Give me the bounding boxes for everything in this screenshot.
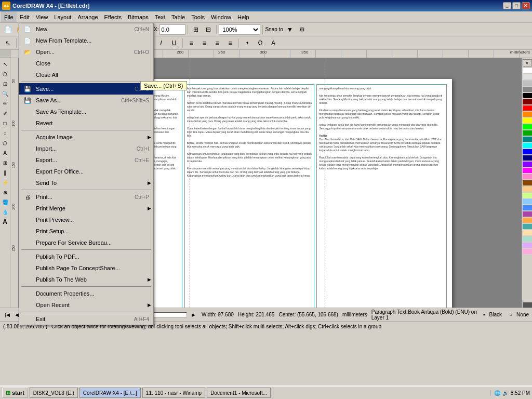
menu-item-import[interactable]: Import... Ctrl+I — [19, 143, 153, 154]
color-violet[interactable] — [523, 211, 532, 217]
color-scroll-down[interactable] — [523, 302, 532, 308]
start-button[interactable]: ⊞ start — [2, 388, 28, 398]
color-yellow[interactable] — [523, 118, 532, 123]
text-options[interactable]: A — [268, 37, 279, 49]
menu-item-publish-web[interactable]: Publish To The Web ▶ — [19, 274, 153, 285]
menu-item-doc-props[interactable]: Document Properties... — [19, 288, 153, 299]
arrow-tool[interactable]: ↖ — [2, 37, 14, 49]
menu-item-open[interactable]: 📂 Open... Ctrl+O — [19, 46, 153, 58]
color-orange[interactable] — [523, 112, 532, 117]
color-skyblue[interactable] — [523, 199, 532, 204]
distribute-button[interactable]: ⊟ — [203, 24, 214, 35]
scroll-right-button[interactable]: ▶ — [189, 311, 197, 319]
freehand-tool[interactable]: ✏ — [1, 99, 10, 108]
color-peach[interactable] — [523, 187, 532, 192]
menu-item-open-recent[interactable]: Open Recent ▶ — [19, 299, 153, 311]
parallel-tool[interactable]: ∥ — [1, 168, 10, 177]
ellipse-tool[interactable]: ○ — [1, 128, 10, 138]
color-cream[interactable] — [523, 230, 532, 235]
menu-file[interactable]: File — [1, 11, 17, 22]
menu-item-print[interactable]: 🖨 Print... Ctrl+P — [19, 191, 153, 203]
italic-button[interactable]: I — [155, 37, 167, 49]
menu-item-print-setup[interactable]: Print Setup... — [19, 225, 153, 237]
menu-text[interactable]: Text — [152, 11, 168, 22]
crop-tool[interactable]: ⊡ — [1, 79, 10, 88]
task-coreldraw[interactable]: CorelDRAW X4 - [E:\...] — [79, 388, 141, 398]
select-tool[interactable]: ↖ — [1, 59, 10, 69]
menu-help[interactable]: Help — [234, 11, 252, 22]
color-amber[interactable] — [523, 218, 532, 223]
color-lime[interactable] — [523, 193, 532, 198]
align-center-button[interactable]: ≡ — [198, 37, 210, 49]
connector-tool[interactable]: ⚡ — [1, 178, 10, 187]
table-tool[interactable]: ⊞ — [1, 158, 10, 167]
x-coord-input[interactable] — [159, 24, 185, 35]
color-blue[interactable] — [523, 149, 532, 154]
color-teal[interactable] — [523, 137, 532, 142]
menu-item-save[interactable]: 💾 Save... Ctrl+S — [19, 83, 153, 95]
menu-bitmaps[interactable]: Bitmaps — [125, 11, 152, 22]
color-darkred[interactable] — [523, 99, 532, 104]
color-gray[interactable] — [523, 81, 532, 86]
color-brown[interactable] — [523, 180, 532, 185]
close-button[interactable]: ✕ — [522, 2, 530, 9]
menu-item-prepare-service[interactable]: Prepare For Service Bureau... — [19, 237, 153, 248]
shape-tool[interactable]: ⬡ — [1, 69, 10, 78]
menu-item-print-merge[interactable]: Print Merge ▶ — [19, 203, 153, 214]
options-button[interactable]: ⚙ — [297, 24, 308, 35]
menu-item-publish-concept[interactable]: Publish Page To ConceptShare... — [19, 262, 153, 274]
menu-item-publish-pdf[interactable]: Publish To PDF... — [19, 251, 153, 262]
color-cyan[interactable] — [523, 143, 532, 148]
menu-layout[interactable]: Layout — [51, 11, 74, 22]
menu-item-save-as[interactable]: 💾 Save As... Ctrl+Shift+S — [19, 95, 153, 106]
menu-item-new-from-template[interactable]: 📄 New From Template... — [19, 35, 153, 46]
menu-item-close[interactable]: Close — [19, 58, 153, 69]
menu-tools[interactable]: Tools — [188, 11, 208, 22]
color-darkgray[interactable] — [523, 87, 532, 92]
task-winamp[interactable]: 11. 110 - nasr - Winamp — [142, 388, 205, 398]
menu-item-revert[interactable]: Revert — [19, 117, 153, 129]
menu-edit[interactable]: Edit — [17, 11, 33, 22]
underline-button[interactable]: U — [168, 37, 180, 49]
eyedropper-tool[interactable]: 💧 — [1, 207, 10, 217]
justify-button[interactable]: ≡ — [224, 37, 236, 49]
blend-tool[interactable]: ⊕ — [1, 188, 10, 197]
menu-item-new[interactable]: 📄 New Ctrl+N — [19, 23, 153, 35]
zoom-tool[interactable]: 🔍 — [1, 89, 10, 98]
minimize-button[interactable]: _ — [503, 2, 511, 9]
menu-item-acquire[interactable]: Acquire Image ▶ — [19, 131, 153, 143]
color-pink[interactable] — [523, 174, 532, 179]
menu-arrange[interactable]: Arrange — [74, 11, 101, 22]
color-red[interactable] — [523, 105, 532, 111]
color-white[interactable] — [523, 68, 532, 73]
align-left-button[interactable]: ≡ — [185, 37, 197, 49]
color-rose[interactable] — [523, 249, 532, 254]
menu-table[interactable]: Table — [168, 11, 188, 22]
color-lavender[interactable] — [523, 243, 532, 248]
maximize-button[interactable]: □ — [512, 2, 521, 9]
menu-item-close-all[interactable]: Close All — [19, 69, 153, 81]
bullet-button[interactable]: • — [242, 37, 253, 49]
task-disk[interactable]: DISK2_VOL3 (E:) — [30, 388, 78, 398]
menu-window[interactable]: Window — [208, 11, 234, 22]
color-darkgreen[interactable] — [523, 130, 532, 136]
menu-item-print-preview[interactable]: Print Preview... — [19, 214, 153, 225]
color-green[interactable] — [523, 124, 532, 129]
window-controls[interactable]: _ □ ✕ — [503, 2, 530, 9]
first-page-button[interactable]: |◀ — [3, 311, 11, 319]
align-right-button[interactable]: ≡ — [211, 37, 223, 49]
menu-view[interactable]: View — [33, 11, 51, 22]
menu-item-export-office[interactable]: Export For Office... — [19, 166, 153, 177]
charmap-button[interactable]: Ω — [255, 37, 266, 49]
color-purple[interactable] — [523, 162, 532, 167]
menu-item-export[interactable]: Export... Ctrl+E — [19, 154, 153, 166]
fill-tool[interactable]: 🪣 — [1, 197, 10, 207]
color-cornblue[interactable] — [523, 205, 532, 210]
align-button[interactable]: ⊞ — [190, 24, 202, 35]
rect-tool[interactable]: □ — [1, 118, 10, 128]
menu-item-save-template[interactable]: Save As Template... — [19, 106, 153, 117]
snap-dropdown[interactable]: ▼ — [284, 24, 296, 35]
task-word[interactable]: Document1 - Microsoft... — [207, 388, 271, 398]
text-tool[interactable]: A — [1, 148, 10, 157]
smart-tool[interactable]: ✐ — [1, 109, 10, 118]
